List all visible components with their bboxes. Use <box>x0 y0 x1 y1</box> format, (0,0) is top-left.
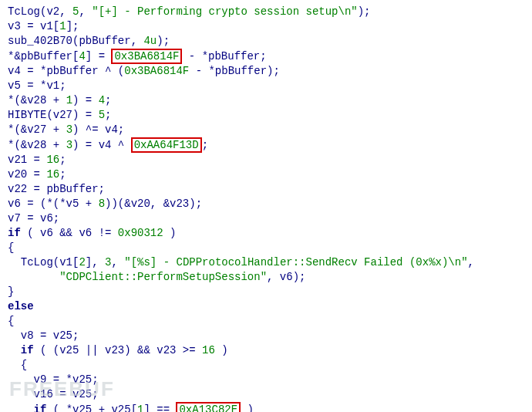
stmt: v7 = v6; <box>8 212 59 225</box>
highlight-constant-2: 0xAA64F13D <box>131 137 202 153</box>
brace-open: { <box>8 359 27 371</box>
stmt: v8 = v25; <box>8 329 79 342</box>
brace-open: { <box>8 241 14 254</box>
keyword-if: if <box>8 344 34 356</box>
stmt: v9 = *v25; <box>8 373 99 386</box>
stmt: v22 = pbBuffer; <box>8 183 105 195</box>
fn-sub: sub_402B70 <box>8 35 72 47</box>
fn-tclog: TcLog <box>8 256 53 268</box>
highlight-constant-1: 0x3BA6814F <box>111 49 182 64</box>
keyword-if: if <box>8 227 21 239</box>
brace-open: { <box>8 315 14 327</box>
stmt: v3 = v1[ <box>8 20 59 32</box>
highlight-constant-3: 0xA13C82E <box>176 402 241 412</box>
keyword-if: if <box>8 404 46 412</box>
decompiled-code-block: TcLog(v2, 5, "[+] - Performing crypto se… <box>0 0 532 412</box>
log-string: "[%s] - CDPProtocolHandler::SendRecv Fai… <box>124 256 467 268</box>
keyword-else: else <box>8 300 34 312</box>
fn-tclog: TcLog <box>8 5 40 18</box>
brace-close: } <box>8 285 14 298</box>
log-string: "CDPClient::PerformSetupSession" <box>8 271 267 283</box>
stmt: v16 = v25; <box>8 388 99 400</box>
stmt: v5 = *v1; <box>8 79 66 92</box>
log-string: "[+] - Performing crypto session setup\n… <box>92 5 357 18</box>
